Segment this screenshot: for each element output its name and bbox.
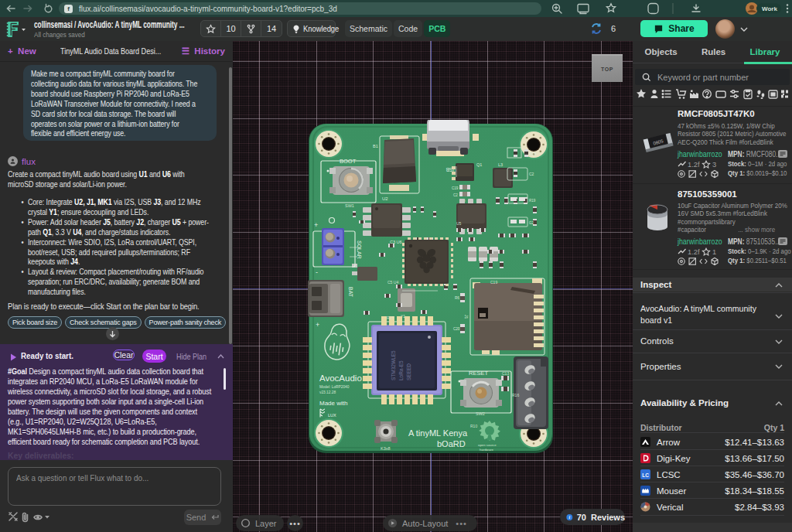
svg-text:C2: C2 xyxy=(529,172,534,176)
svg-text:Work: Work xyxy=(762,5,777,12)
svg-text:C5 U4: C5 U4 xyxy=(387,280,398,285)
svg-text:LoRa-E5: LoRa-E5 xyxy=(398,360,404,380)
svg-text:open source: open source xyxy=(478,443,497,447)
svg-text:LC: LC xyxy=(642,472,649,478)
svg-text:BAT: BAT xyxy=(348,287,353,298)
svg-text:3: 3 xyxy=(712,161,716,169)
svg-text:SOLAR: SOLAR xyxy=(357,240,362,259)
svg-text:STM32WLE5: STM32WLE5 xyxy=(391,350,396,380)
svg-text:U2: U2 xyxy=(382,196,388,201)
svg-text:1.2f: 1.2f xyxy=(688,161,700,169)
svg-text:v23.12.28: v23.12.28 xyxy=(319,390,336,394)
svg-text:R10: R10 xyxy=(470,424,477,428)
svg-text:Q1: Q1 xyxy=(476,162,482,167)
svg-text:R6: R6 xyxy=(455,296,459,300)
svg-text:RESET: RESET xyxy=(469,370,488,377)
svg-text:1: 1 xyxy=(712,248,716,256)
svg-text:Model: LoRP2040: Model: LoRP2040 xyxy=(319,385,350,389)
svg-text:J1: J1 xyxy=(464,315,469,319)
svg-text:R16: R16 xyxy=(512,393,519,397)
svg-text:1.2f: 1.2f xyxy=(688,248,700,256)
svg-text:+: + xyxy=(314,221,318,229)
svg-text:R18: R18 xyxy=(529,152,536,156)
svg-text:SW1: SW1 xyxy=(345,203,354,208)
svg-text:U5: U5 xyxy=(456,221,462,226)
svg-text:C2: C2 xyxy=(453,193,458,197)
svg-text:B1: B1 xyxy=(373,144,378,148)
svg-text:AvocAudio: AvocAudio xyxy=(319,373,362,383)
svg-text:R15: R15 xyxy=(387,315,394,320)
svg-text:R19: R19 xyxy=(529,199,536,203)
svg-text:A tinyML Kenya: A tinyML Kenya xyxy=(408,428,468,438)
svg-text:+: + xyxy=(316,321,319,329)
svg-text:C19: C19 xyxy=(452,186,459,190)
svg-text:LUX: LUX xyxy=(328,413,336,418)
svg-text:Made with: Made with xyxy=(319,400,347,407)
svg-text:C3 U6: C3 U6 xyxy=(390,240,402,244)
svg-text:C20: C20 xyxy=(453,327,460,331)
svg-text:L3: L3 xyxy=(498,162,503,167)
svg-text:bOaRD: bOaRD xyxy=(437,439,466,448)
svg-text:SEEED: SEEED xyxy=(406,363,411,380)
svg-text:G2: G2 xyxy=(529,221,534,225)
svg-text:C13: C13 xyxy=(502,371,509,376)
svg-text:SW2: SW2 xyxy=(476,411,485,416)
svg-text:hardware: hardware xyxy=(480,448,494,452)
svg-text:-: - xyxy=(316,268,318,276)
svg-text:C19: C19 xyxy=(490,280,497,285)
svg-text:K3x8: K3x8 xyxy=(381,446,391,451)
